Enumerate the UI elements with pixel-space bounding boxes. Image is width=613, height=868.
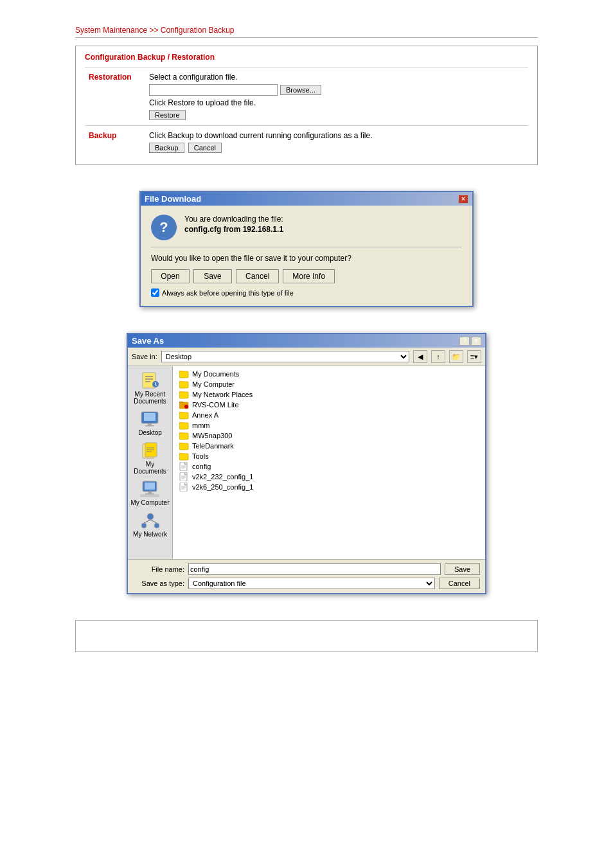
folder-special-icon	[179, 400, 190, 409]
svg-point-26	[184, 405, 188, 409]
sidebar-item-recent[interactable]: My Recent Documents	[131, 371, 170, 405]
svg-rect-34	[179, 443, 183, 444]
save-as-title: Save As	[132, 336, 164, 346]
save-as-titlebar: Save As ? ×	[128, 334, 485, 348]
save-as-file-list: My Documents My Computer My Network Plac…	[173, 366, 485, 559]
save-as-body: My Recent Documents Desktop	[128, 366, 485, 559]
file-item-my-computer[interactable]: My Computer	[178, 379, 480, 389]
views-icon-btn[interactable]: ≡▾	[467, 350, 481, 363]
restoration-line1: Select a configuration file.	[149, 73, 522, 82]
save-as-section: Save As ? × Save in: Desktop ◀ ↑ 📁 ≡▾	[127, 333, 486, 594]
system-maintenance-section: System Maintenance >> Configuration Back…	[75, 26, 538, 165]
file-item-annexa[interactable]: Annex A	[178, 410, 480, 420]
cancel-button[interactable]: Cancel	[236, 269, 279, 283]
sidebar-label-recent: My Recent Documents	[131, 391, 170, 405]
restoration-row: Restoration Select a configuration file.…	[85, 67, 528, 125]
svg-rect-3	[144, 413, 155, 421]
empty-box	[75, 620, 538, 652]
download-line2: config.cfg from 192.168.1.1	[184, 225, 283, 234]
svg-line-17	[150, 520, 157, 523]
filetype-select[interactable]: Configuration file	[188, 578, 435, 589]
filetype-label: Save as type:	[133, 580, 184, 587]
download-line1: You are downloading the file:	[184, 215, 283, 224]
help-button[interactable]: ?	[459, 337, 470, 346]
svg-rect-12	[140, 495, 159, 497]
always-ask-checkbox[interactable]	[151, 288, 159, 297]
file-item-mw5nap300[interactable]: MW5nap300	[178, 430, 480, 441]
sidebar-item-desktop[interactable]: Desktop	[131, 410, 170, 436]
up-icon-btn[interactable]: ↑	[431, 350, 445, 363]
file-item-v2k2[interactable]: v2k2_232_config_1	[178, 472, 480, 482]
file-item-config[interactable]: config	[178, 461, 480, 472]
new-folder-icon-btn[interactable]: 📁	[449, 350, 463, 363]
file-item-teleDanmark[interactable]: TeleDanmark	[178, 441, 480, 451]
saveas-cancel-button[interactable]: Cancel	[439, 578, 480, 589]
config-panel: Configuration Backup / Restoration Resto…	[75, 46, 538, 165]
dialog-icon-row: ? You are downloading the file: config.c…	[151, 215, 462, 240]
more-info-button[interactable]: More Info	[283, 269, 335, 283]
folder-icon	[179, 441, 190, 450]
dialog-text: You are downloading the file: config.cfg…	[184, 215, 283, 235]
folder-icon	[179, 452, 190, 461]
file-icon	[179, 483, 190, 492]
back-icon-btn[interactable]: ◀	[413, 350, 427, 363]
sidebar-item-computer[interactable]: My Computer	[131, 480, 170, 506]
svg-rect-35	[179, 454, 188, 460]
file-download-close-button[interactable]: ×	[458, 195, 468, 204]
documents-icon	[140, 441, 161, 459]
filename-label: File name:	[133, 565, 184, 573]
backup-cancel-button[interactable]: Cancel	[188, 143, 222, 153]
file-item-mmm[interactable]: mmm	[178, 420, 480, 430]
config-panel-title: Configuration Backup / Restoration	[85, 53, 528, 62]
svg-rect-25	[179, 402, 183, 403]
svg-rect-36	[179, 453, 183, 454]
svg-line-16	[144, 520, 150, 523]
sidebar-item-network[interactable]: My Network	[131, 511, 170, 538]
browse-row: Browse...	[149, 84, 522, 96]
save-in-label: Save in:	[132, 353, 157, 360]
svg-rect-4	[148, 423, 152, 425]
saveas-save-button[interactable]: Save	[445, 563, 480, 575]
svg-point-14	[141, 523, 147, 528]
folder-icon	[179, 380, 190, 389]
svg-rect-11	[145, 493, 154, 495]
file-icon	[179, 462, 190, 471]
restore-button[interactable]: Restore	[149, 110, 186, 120]
svg-point-13	[147, 513, 154, 520]
svg-rect-31	[179, 433, 188, 439]
sidebar-label-desktop: Desktop	[138, 429, 162, 436]
svg-rect-32	[179, 432, 183, 434]
dialog-question: Would you like to open the file or save …	[151, 254, 462, 263]
file-download-body: ? You are downloading the file: config.c…	[141, 206, 472, 306]
svg-rect-45	[180, 483, 187, 492]
sidebar-label-documents: My Documents	[131, 461, 170, 475]
save-button[interactable]: Save	[193, 269, 232, 283]
file-item-tools[interactable]: Tools	[178, 451, 480, 461]
svg-rect-10	[148, 492, 152, 493]
file-path-input[interactable]	[149, 84, 278, 96]
save-as-sidebar: My Recent Documents Desktop	[128, 366, 173, 559]
file-item-v2k6[interactable]: v2k6_250_config_1	[178, 482, 480, 492]
close-button[interactable]: ×	[471, 337, 481, 346]
save-as-dialog: Save As ? × Save in: Desktop ◀ ↑ 📁 ≡▾	[127, 333, 486, 594]
file-download-section: File Download × ? You are downloading th…	[139, 191, 474, 307]
browse-button[interactable]: Browse...	[280, 85, 321, 95]
sidebar-label-network: My Network	[133, 531, 167, 538]
backup-content: Click Backup to download current running…	[143, 126, 528, 158]
restoration-label: Restoration	[85, 67, 143, 125]
save-in-select[interactable]: Desktop	[161, 351, 409, 362]
file-item-my-network[interactable]: My Network Places	[178, 389, 480, 400]
file-item-rvs[interactable]: RVS-COM Lite	[178, 400, 480, 410]
file-item-my-documents[interactable]: My Documents	[178, 369, 480, 379]
svg-rect-9	[145, 483, 155, 490]
backup-button[interactable]: Backup	[149, 143, 184, 153]
svg-rect-30	[179, 422, 183, 423]
svg-rect-27	[179, 412, 188, 419]
filename-input[interactable]	[188, 563, 441, 575]
desktop-icon	[140, 410, 161, 428]
open-button[interactable]: Open	[151, 269, 190, 283]
dialog-divider	[151, 247, 462, 247]
sidebar-item-documents[interactable]: My Documents	[131, 441, 170, 475]
always-ask-row: Always ask before opening this type of f…	[151, 288, 462, 297]
titlebar-buttons: ? ×	[459, 337, 481, 346]
